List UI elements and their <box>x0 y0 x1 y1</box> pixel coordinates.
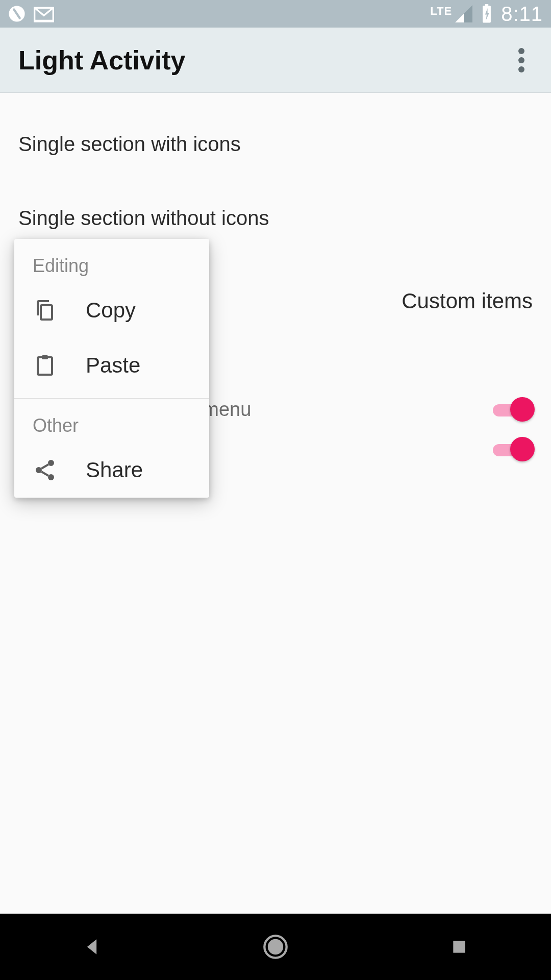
switch-thumb <box>510 397 535 422</box>
show-share-switch[interactable] <box>493 437 533 461</box>
more-vert-icon <box>518 48 524 72</box>
popup-item-copy-label: Copy <box>86 298 136 323</box>
action-bar: Light Activity <box>0 28 551 93</box>
triangle-back-icon <box>81 936 103 958</box>
app-circle-icon <box>8 5 26 22</box>
svg-rect-18 <box>453 941 465 952</box>
popup-item-share[interactable]: Share <box>14 443 209 498</box>
paste-icon <box>33 353 57 378</box>
svg-point-13 <box>48 474 54 480</box>
svg-point-11 <box>48 460 54 466</box>
copy-icon <box>33 298 57 323</box>
svg-rect-9 <box>38 357 52 375</box>
circle-home-icon <box>262 934 289 960</box>
switch-thumb <box>510 437 535 461</box>
svg-point-17 <box>268 939 283 954</box>
popup-item-paste-label: Paste <box>86 353 140 378</box>
popup-item-paste[interactable]: Paste <box>14 338 209 393</box>
nav-back-button[interactable] <box>77 932 107 962</box>
popup-section-editing-header: Editing <box>14 239 209 283</box>
svg-point-5 <box>518 48 524 54</box>
battery-charging-icon <box>481 4 493 23</box>
nav-home-button[interactable] <box>260 932 291 962</box>
popup-menu: Editing Copy Paste Other <box>14 239 209 498</box>
show-copy-switch[interactable] <box>493 397 533 422</box>
svg-point-6 <box>518 57 524 63</box>
popup-item-copy[interactable]: Copy <box>14 283 209 338</box>
share-icon <box>33 458 57 482</box>
svg-line-14 <box>41 464 48 469</box>
overflow-menu-button[interactable] <box>506 45 537 76</box>
popup-item-share-label: Share <box>86 458 143 482</box>
svg-rect-10 <box>42 355 48 359</box>
svg-rect-4 <box>485 4 488 7</box>
status-bar-right: LTE 8:11 <box>430 3 543 26</box>
svg-point-7 <box>518 66 524 72</box>
svg-line-15 <box>41 472 48 476</box>
status-bar: LTE 8:11 <box>0 0 551 28</box>
gmail-icon <box>34 5 54 22</box>
page-title: Light Activity <box>18 45 185 76</box>
svg-rect-8 <box>41 305 52 320</box>
status-clock: 8:11 <box>501 3 543 26</box>
square-recent-icon <box>449 937 469 957</box>
system-nav-bar <box>0 914 551 980</box>
cell-signal-icon <box>455 5 472 22</box>
nav-recent-button[interactable] <box>444 932 474 962</box>
svg-point-12 <box>36 467 42 473</box>
lte-label: LTE <box>430 5 452 18</box>
popup-section-other-header: Other <box>14 399 209 443</box>
status-bar-left <box>8 5 54 22</box>
single-section-without-icons-button[interactable]: Single section without icons <box>0 192 551 244</box>
single-section-with-icons-button[interactable]: Single section with icons <box>0 118 551 170</box>
